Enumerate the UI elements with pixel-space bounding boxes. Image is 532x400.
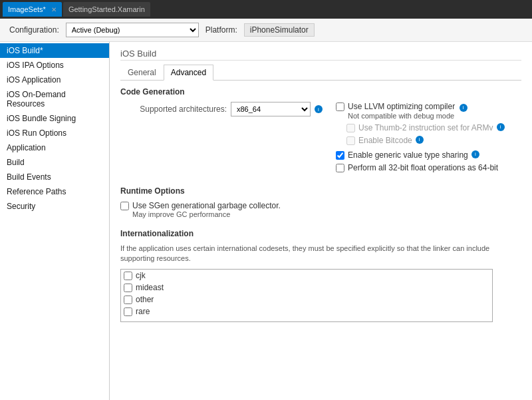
sidebar-item-reference-paths[interactable]: Reference Paths <box>0 184 109 199</box>
platform-label: Platform: <box>205 25 237 35</box>
list-item-cjk: cjk <box>121 270 492 282</box>
sgen-note: May improve GC performance <box>132 210 281 218</box>
sidebar-item-ios-ipa[interactable]: iOS IPA Options <box>0 58 109 73</box>
page-tabs: General Advanced <box>120 65 521 81</box>
sgen-row: Use SGen generational garbage collector.… <box>120 201 521 218</box>
thumb2-checkbox[interactable] <box>346 124 355 132</box>
config-select[interactable]: Active (Debug) <box>66 23 199 37</box>
runtime-section: Runtime Options Use SGen generational ga… <box>120 186 521 218</box>
mideast-label: mideast <box>136 283 164 292</box>
arch-select[interactable]: x86_64 <box>231 102 311 116</box>
list-item-mideast: mideast <box>121 282 492 294</box>
generic-value-row-spacer: Enable generic value type sharing i Perf… <box>336 150 521 172</box>
arch-label: Supported architectures: <box>120 104 227 114</box>
rare-checkbox[interactable] <box>124 307 132 316</box>
llvm-note: Not compatible with debug mode <box>348 112 467 120</box>
thumb2-row: Use Thumb-2 instruction set for ARMv i <box>346 123 521 132</box>
intl-list[interactable]: cjk mideast other rare <box>120 269 493 322</box>
generic-value-checkbox[interactable] <box>336 151 344 160</box>
generic-value-label: Enable generic value type sharing <box>348 150 468 160</box>
tab-advanced[interactable]: Advanced <box>164 65 213 81</box>
generic-value-info-icon[interactable]: i <box>471 150 479 158</box>
llvm-label-group: Use LLVM optimizing compiler i Not compa… <box>348 102 467 120</box>
intl-description: If the application uses certain internat… <box>120 244 521 264</box>
code-generation-section: Code Generation Supported architectures:… <box>120 87 521 176</box>
content-area: iOS Build General Advanced Code Generati… <box>110 42 532 400</box>
arch-info-icon[interactable]: i <box>315 105 323 113</box>
llvm-label: Use LLVM optimizing compiler <box>348 102 455 111</box>
thumb2-info-icon[interactable]: i <box>497 123 505 131</box>
bitcode-info-icon[interactable]: i <box>416 136 424 144</box>
sidebar-item-ios-on-demand[interactable]: iOS On-Demand Resources <box>0 87 109 111</box>
tab-general[interactable]: General <box>120 65 164 80</box>
other-label: other <box>136 295 154 304</box>
sidebar-item-ios-bundle[interactable]: iOS Bundle Signing <box>0 111 109 126</box>
float32-label: Perform all 32-bit float operations as 6… <box>348 163 498 172</box>
sidebar-item-ios-application[interactable]: iOS Application <box>0 73 109 87</box>
sgen-label-group: Use SGen generational garbage collector.… <box>132 201 281 218</box>
code-generation-header: Code Generation <box>120 87 521 97</box>
intl-section: Internationalization If the application … <box>120 229 521 323</box>
tab-gettingstarted[interactable]: GettingStarted.Xamarin <box>63 2 150 17</box>
ios-build-title: iOS Build <box>120 49 521 59</box>
llvm-checkbox[interactable] <box>336 102 344 111</box>
sidebar-item-ios-run[interactable]: iOS Run Options <box>0 126 109 140</box>
list-item-other: other <box>121 294 492 305</box>
sidebar: iOS Build* iOS IPA Options iOS Applicati… <box>0 42 110 400</box>
sgen-label: Use SGen generational garbage collector. <box>132 201 281 210</box>
runtime-header: Runtime Options <box>120 186 521 196</box>
bitcode-row: Enable Bitcode i <box>346 136 521 145</box>
bitcode-checkbox[interactable] <box>346 136 355 145</box>
llvm-row: Use LLVM optimizing compiler i Not compa… <box>336 102 521 120</box>
rare-label: rare <box>136 307 150 316</box>
main-window: ImageSets* ✕ GettingStarted.Xamarin Conf… <box>0 0 532 400</box>
intl-header: Internationalization <box>120 229 521 238</box>
float32-row: Perform all 32-bit float operations as 6… <box>336 163 521 172</box>
tab-gettingstarted-label: GettingStarted.Xamarin <box>68 5 145 13</box>
main-area: iOS Build* iOS IPA Options iOS Applicati… <box>0 42 532 400</box>
code-gen-right: Use LLVM optimizing compiler i Not compa… <box>336 102 521 176</box>
cjk-checkbox[interactable] <box>124 272 132 280</box>
other-checkbox[interactable] <box>124 296 132 304</box>
code-gen-left: Supported architectures: x86_64 i <box>120 102 323 176</box>
arch-row: Supported architectures: x86_64 i <box>120 102 323 116</box>
config-label: Configuration: <box>9 25 59 35</box>
section-divider <box>120 60 521 61</box>
platform-value: iPhoneSimulator <box>244 23 315 37</box>
sidebar-item-build[interactable]: Build <box>0 155 109 170</box>
sidebar-item-ios-build[interactable]: iOS Build* <box>0 43 109 58</box>
llvm-info-icon[interactable]: i <box>460 104 467 112</box>
sgen-checkbox[interactable] <box>120 202 129 210</box>
tab-imagesets[interactable]: ImageSets* ✕ <box>3 2 62 17</box>
bitcode-label: Enable Bitcode <box>358 136 412 145</box>
sidebar-item-build-events[interactable]: Build Events <box>0 170 109 184</box>
sidebar-item-security[interactable]: Security <box>0 199 109 214</box>
intl-list-container: cjk mideast other rare <box>120 269 493 322</box>
code-gen-columns: Supported architectures: x86_64 i Use LL… <box>120 102 521 176</box>
generic-value-row: Enable generic value type sharing i <box>336 150 521 160</box>
config-bar: Configuration: Active (Debug) Platform: … <box>0 19 532 42</box>
float32-checkbox[interactable] <box>336 164 344 172</box>
sidebar-item-application[interactable]: Application <box>0 140 109 155</box>
thumb2-label: Use Thumb-2 instruction set for ARMv <box>358 123 493 132</box>
tab-imagesets-label: ImageSets* <box>8 5 46 13</box>
mideast-checkbox[interactable] <box>124 284 132 292</box>
list-item-rare: rare <box>121 305 492 317</box>
cjk-label: cjk <box>136 271 146 280</box>
tab-bar: ImageSets* ✕ GettingStarted.Xamarin <box>0 0 532 19</box>
tab-imagesets-close[interactable]: ✕ <box>51 6 57 13</box>
